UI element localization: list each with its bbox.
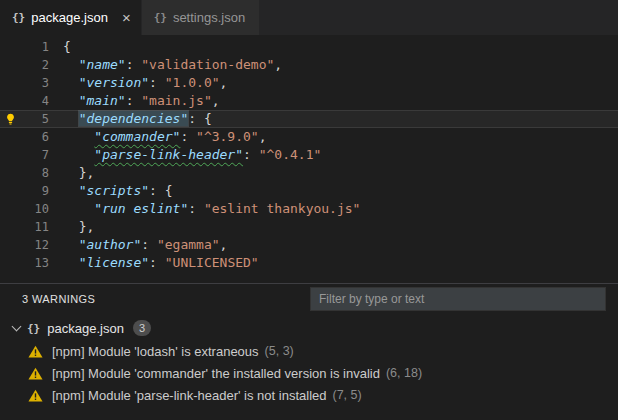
code-token: "author" (79, 237, 142, 252)
warning-row-2[interactable]: [npm] Module 'commander' the installed v… (0, 362, 618, 384)
line-number: 12 (20, 236, 49, 254)
lightbulb-icon[interactable] (0, 110, 20, 128)
code-token: , (220, 237, 228, 252)
code-line-3[interactable]: 3 "version": "1.0.0", (0, 74, 618, 92)
gutter-margin (0, 182, 20, 200)
code-token: "egamma" (157, 237, 220, 252)
problems-panel-header: 3 WARNINGS (0, 284, 618, 314)
warning-message: [npm] Module 'parse-link-header' is not … (52, 388, 327, 403)
code-text: "parse-link-header": "^0.4.1" (49, 146, 321, 164)
code-line-5[interactable]: 5 "dependencies": { (0, 110, 618, 128)
code-token: , (220, 75, 228, 90)
filter-input[interactable] (310, 287, 606, 311)
warning-message: [npm] Module 'lodash' is extraneous (52, 344, 259, 359)
code-token (63, 147, 94, 162)
code-line-8[interactable]: 8 }, (0, 164, 618, 182)
line-number: 6 (20, 128, 49, 146)
line-number: 11 (20, 218, 49, 236)
code-token: "license" (79, 255, 149, 270)
gutter-margin (0, 218, 20, 236)
gutter-margin (0, 56, 20, 74)
code-token (63, 183, 79, 198)
gutter-margin (0, 38, 20, 56)
code-text: "author": "egamma", (49, 236, 227, 254)
code-line-2[interactable]: 2 "name": "validation-demo", (0, 56, 618, 74)
warning-icon (28, 366, 43, 380)
json-file-icon: {} (12, 11, 25, 24)
gutter-margin (0, 74, 20, 92)
code-token: "run eslint" (94, 201, 188, 216)
code-token (63, 75, 79, 90)
code-line-13[interactable]: 13 "license": "UNLICENSED" (0, 254, 618, 272)
problems-file-name: package.json (47, 321, 124, 336)
gutter-margin (0, 236, 20, 254)
code-token (63, 93, 79, 108)
chevron-down-icon[interactable] (8, 323, 24, 333)
code-token: "validation-demo" (141, 57, 274, 72)
code-token (63, 57, 79, 72)
tab-settings-json[interactable]: {} settings.json (142, 0, 260, 35)
problems-file-row[interactable]: {}package.json3 (0, 316, 618, 340)
code-line-1[interactable]: 1{ (0, 38, 618, 56)
warning-location: (5, 3) (265, 344, 294, 358)
warning-location: (6, 18) (386, 366, 422, 380)
code-token: "name" (79, 57, 126, 72)
code-line-4[interactable]: 4 "main": "main.js", (0, 92, 618, 110)
code-text: }, (49, 164, 94, 182)
code-text: { (49, 38, 71, 56)
code-line-11[interactable]: 11 }, (0, 218, 618, 236)
warning-row-3[interactable]: [npm] Module 'parse-link-header' is not … (0, 384, 618, 406)
word-highlight: "dependencies" (79, 111, 189, 126)
code-text: "commander": "^3.9.0", (49, 128, 267, 146)
code-token: "eslint thankyou.js" (204, 201, 361, 216)
code-token: }, (79, 165, 95, 180)
code-text: "run eslint": "eslint thankyou.js" (49, 200, 360, 218)
code-token (63, 255, 79, 270)
tab-bar: {} package.json × {} settings.json (0, 0, 618, 35)
code-token: "version" (79, 75, 149, 90)
squiggle-warning-token: "parse-link-header" (94, 147, 243, 162)
code-token (63, 129, 94, 144)
json-file-icon: {} (154, 11, 167, 24)
code-token: , (259, 129, 267, 144)
close-icon[interactable]: × (122, 10, 131, 25)
squiggle-warning-token: "commander" (94, 129, 180, 144)
code-line-10[interactable]: 10 "run eslint": "eslint thankyou.js" (0, 200, 618, 218)
code-token: "^3.9.0" (196, 129, 259, 144)
code-token: : { (188, 111, 211, 126)
code-text: "name": "validation-demo", (49, 56, 282, 74)
gutter-margin (0, 92, 20, 110)
warning-message: [npm] Module 'commander' the installed v… (52, 366, 380, 381)
line-number: 13 (20, 254, 49, 272)
code-line-6[interactable]: 6 "commander": "^3.9.0", (0, 128, 618, 146)
warning-location: (7, 5) (333, 388, 362, 402)
code-token (63, 219, 79, 234)
line-number: 8 (20, 164, 49, 182)
code-line-12[interactable]: 12 "author": "egamma", (0, 236, 618, 254)
warning-icon (28, 344, 43, 358)
code-line-7[interactable]: 7 "parse-link-header": "^0.4.1" (0, 146, 618, 164)
code-token: : (149, 255, 165, 270)
code-token: , (274, 57, 282, 72)
gutter-margin (0, 200, 20, 218)
code-token: : (149, 75, 165, 90)
warnings-count: 3 WARNINGS (22, 293, 95, 305)
line-number: 3 (20, 74, 49, 92)
code-token: : (243, 147, 259, 162)
code-line-9[interactable]: 9 "scripts": { (0, 182, 618, 200)
tab-package-json[interactable]: {} package.json × (0, 0, 142, 35)
warning-row-1[interactable]: [npm] Module 'lodash' is extraneous(5, 3… (0, 340, 618, 362)
gutter-margin (0, 128, 20, 146)
problems-panel: 3 WARNINGS {}package.json3[npm] Module '… (0, 283, 618, 420)
line-number: 5 (20, 110, 49, 128)
line-number: 4 (20, 92, 49, 110)
code-text: }, (49, 218, 94, 236)
gutter-margin (0, 254, 20, 272)
code-editor[interactable]: 1{2 "name": "validation-demo",3 "version… (0, 35, 618, 283)
code-text: "main": "main.js", (49, 92, 220, 110)
line-number: 10 (20, 200, 49, 218)
line-number: 7 (20, 146, 49, 164)
line-number: 2 (20, 56, 49, 74)
code-token: : (188, 201, 204, 216)
gutter-margin (0, 164, 20, 182)
